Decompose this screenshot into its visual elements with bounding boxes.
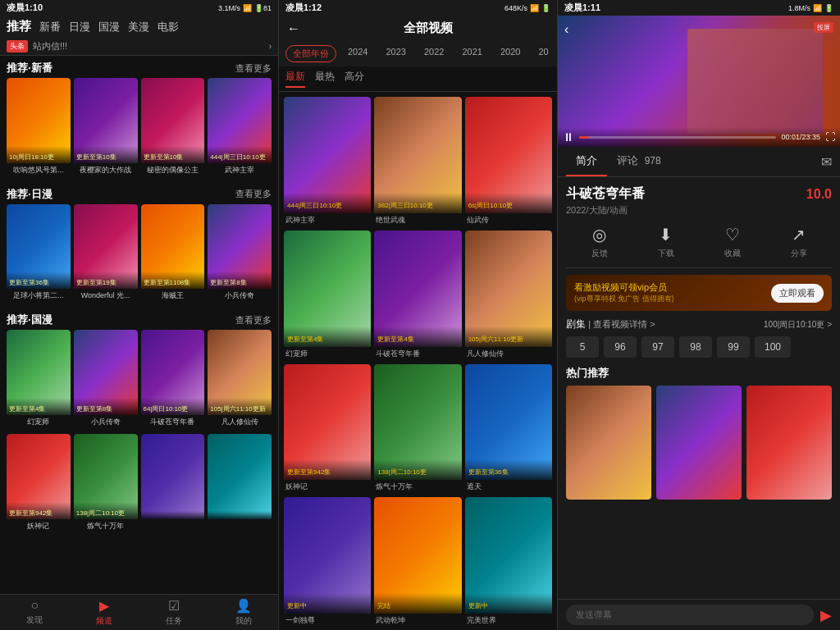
tab-cn[interactable]: 国漫 (98, 20, 120, 34)
nav-profile[interactable]: 👤 我的 (208, 598, 278, 627)
video-card-2[interactable]: 6ś|周日10:10更 仙武传 (465, 97, 552, 227)
card-jp-3[interactable]: 更新至第8集 小兵传奇 (208, 204, 272, 304)
video-thumb-1: 382|周三日10:10更 (374, 97, 461, 213)
video-card-1[interactable]: 382|周三日10:10更 绝世武魂 (374, 97, 461, 227)
card-new-1[interactable]: 更新至第10集 夜樱家的大作战 (74, 78, 138, 177)
send-button[interactable]: ▶ (820, 606, 832, 624)
card-title-jp-2: 海贼王 (141, 289, 205, 303)
see-more-jp[interactable]: 查看更多 (235, 188, 272, 200)
nav-discover[interactable]: ○ 发现 (0, 598, 70, 627)
card-img-cn-2: 64|周日10:10更 (141, 330, 205, 415)
card-cn-extra-1[interactable] (208, 434, 272, 533)
tab-new[interactable]: 新番 (39, 20, 61, 34)
recommend-card-0[interactable] (566, 386, 651, 500)
ep-btn-5[interactable]: 5 (566, 336, 599, 358)
recommend-card-1[interactable] (656, 386, 742, 500)
ep-detail-link[interactable]: | 查看视频详情 > (588, 319, 655, 329)
action-share[interactable]: ↗ 分享 (791, 225, 807, 259)
card-overlay-new-3: 444|周三日10:10更 (208, 146, 272, 163)
tab-intro[interactable]: 简介 (566, 147, 607, 176)
sort-score[interactable]: 高分 (345, 70, 364, 88)
video-card-0[interactable]: 444|周三日10:10更 武神主宰 (284, 97, 371, 227)
action-feedback[interactable]: ◎ 反馈 (591, 225, 608, 259)
card-cn-4[interactable]: 更新至第942集 妖神记 (7, 434, 71, 533)
pause-button[interactable]: ⏸ (563, 130, 574, 144)
card-cn-3[interactable]: 105|周六11:10更新 凡人修仙传 (208, 330, 272, 429)
tab-us[interactable]: 美漫 (128, 20, 149, 34)
progress-bar[interactable] (579, 136, 776, 139)
action-row: ◎ 反馈 ⬇ 下载 ♡ 收藏 ↗ 分享 (566, 217, 832, 268)
card-jp-1[interactable]: 更新至第19集 Wonderful 光... (74, 204, 138, 304)
card-cn-0[interactable]: 更新至第4集 幻宠师 (7, 330, 71, 429)
video-card-11[interactable]: 更新中 完美世界 (465, 497, 552, 628)
back-button-p2[interactable]: ← (287, 21, 300, 36)
video-card-10[interactable]: 完结 武动乾坤 (374, 497, 461, 628)
year-more[interactable]: 20 (532, 45, 555, 62)
year-2020[interactable]: 2020 (494, 45, 527, 62)
video-card-8[interactable]: 更新至第36集 遮天 (465, 364, 552, 495)
card-jp-2[interactable]: 更新至第1108集 海贼王 (141, 204, 205, 304)
ep-btn-96[interactable]: 96 (604, 336, 637, 358)
year-2022[interactable]: 2022 (418, 45, 450, 62)
video-card-9[interactable]: 更新中 一剑独尊 (284, 497, 371, 628)
video-thumb-8: 更新至第36集 (465, 364, 552, 481)
see-more-new[interactable]: 查看更多 (235, 62, 272, 75)
video-card-7[interactable]: 138|周二10:10更 炼气十万年 (374, 364, 461, 495)
action-favorite[interactable]: ♡ 收藏 (724, 225, 741, 259)
video-label-3: 幻宠师 (284, 347, 371, 361)
card-jp-0[interactable]: 更新至第36集 足球小将第二... (7, 204, 71, 304)
vip-banner[interactable]: 看激励视频可领vip会员 (vip尊享特权 免广告 值得拥有) 立即观看 (566, 275, 832, 311)
ep-btn-97[interactable]: 97 (641, 336, 674, 358)
year-all[interactable]: 全部年份 (285, 45, 336, 62)
notification-bar[interactable]: 头条 站内信!!! › (0, 38, 278, 56)
year-2021[interactable]: 2021 (455, 45, 488, 62)
vip-watch-button[interactable]: 立即观看 (771, 284, 824, 303)
feedback-label: 反馈 (591, 248, 608, 259)
network-speed-home: 3.1M/s (218, 4, 240, 12)
card-new-0[interactable]: 10|周日18:10更 吹响悠风号第... (7, 78, 71, 177)
ep-btn-99[interactable]: 99 (717, 336, 750, 358)
card-new-3[interactable]: 444|周三日10:10更 武神主宰 (208, 78, 272, 177)
panel-video-list: 凌晨1:12 648K/s 📶 🔋 ← 全部视频 全部年份 2024 2023 … (279, 0, 558, 630)
back-button-detail[interactable]: ‹ (564, 22, 568, 37)
fullscreen-button[interactable]: ⛶ (825, 131, 835, 143)
video-card-6[interactable]: 更新至第942集 妖神记 (284, 364, 371, 495)
tab-movie[interactable]: 电影 (158, 20, 179, 34)
year-2023[interactable]: 2023 (379, 45, 412, 62)
video-overlay-8: 更新至第36集 (465, 459, 552, 480)
video-card-4[interactable]: 更新至第4集 斗破苍穹年番 (374, 231, 461, 361)
card-title-new-2: 秘密的偶像公主 (141, 163, 205, 177)
status-icons-p2: 648K/s 📶 🔋 (504, 4, 550, 12)
sort-hot[interactable]: 最热 (315, 70, 335, 88)
tab-jp[interactable]: 日漫 (69, 20, 90, 34)
recommend-card-2[interactable] (746, 386, 832, 500)
video-grid-scroll: 444|周三日10:10更 武神主宰 382|周三日10:10更 绝世武魂 6ś… (279, 92, 557, 630)
tab-recommend[interactable]: 推荐 (7, 19, 31, 34)
barrage-bar: 发送弹幕 ▶ (558, 599, 840, 630)
card-new-2[interactable]: 更新至第10集 秘密的偶像公主 (141, 78, 205, 177)
sort-new[interactable]: 最新 (285, 70, 305, 88)
ep-btn-100[interactable]: 100 (755, 336, 791, 358)
card-cn-5[interactable]: 138|周二10:10更 炼气十万年 (74, 434, 138, 533)
ep-btn-98[interactable]: 98 (679, 336, 712, 358)
card-overlay-new-0: 10|周日18:10更 (7, 146, 71, 163)
nav-channel[interactable]: ▶ 频道 (70, 598, 139, 627)
year-2024[interactable]: 2024 (341, 45, 374, 62)
channel-icon: ▶ (99, 598, 109, 614)
card-title-cn-0: 幻宠师 (7, 415, 71, 429)
video-player[interactable]: ‹ 投屏 ⏸ 00:01/23:35 ⛶ (558, 16, 840, 147)
share-label: 分享 (791, 248, 807, 259)
message-icon[interactable]: ✉ (821, 154, 832, 170)
video-card-3[interactable]: 更新至第4集 幻宠师 (284, 231, 371, 361)
see-more-cn[interactable]: 查看更多 (235, 314, 272, 326)
card-cn-2[interactable]: 64|周日10:10更 斗破苍穹年番 (141, 330, 205, 429)
barrage-input[interactable]: 发送弹幕 (566, 605, 814, 625)
network-speed-p3: 1.8M/s (788, 4, 810, 12)
tab-comments[interactable]: 评论 978 (607, 147, 671, 176)
action-download[interactable]: ⬇ 下载 (658, 225, 674, 259)
detail-tabs: 简介 评论 978 ✉ (558, 147, 840, 177)
nav-task[interactable]: ☑ 任务 (139, 598, 209, 627)
video-card-5[interactable]: 105|周六11:10更新 凡人修仙传 (465, 231, 552, 361)
card-cn-extra-0[interactable] (141, 434, 205, 533)
card-cn-1[interactable]: 更新至第8集 小兵传奇 (74, 330, 138, 429)
